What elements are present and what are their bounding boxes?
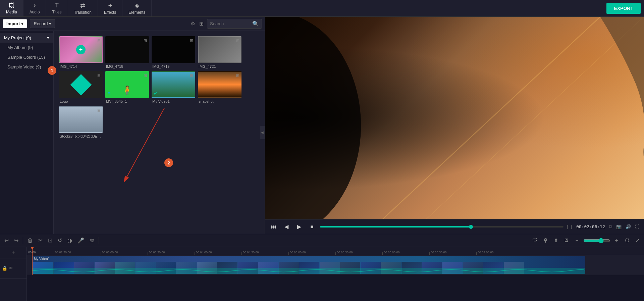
- add-track-button[interactable]: +: [0, 247, 26, 258]
- ruler-label-9: 00:06:30:00: [431, 251, 447, 254]
- media-item-img4719[interactable]: ⊞ IMG_4719: [152, 36, 195, 68]
- ruler-tick-6: [288, 252, 289, 255]
- volume-icon[interactable]: 🔊: [625, 223, 632, 230]
- media-thumb-img4718: ⊞: [105, 36, 149, 63]
- video-clip-main[interactable]: My Video1: [32, 256, 585, 274]
- export-button[interactable]: EXPORT: [606, 3, 641, 14]
- timeline-toolbar: ↩ ↪ 🗑 ✂ ⊡ ↺ ◑ 🎤 ⚖ 🛡 🎙 ⬆ 🖥 － ＋ ⏱ ⤢: [0, 234, 644, 247]
- left-panel: Import ▾ Record ▾ ⚙ ⊞ 🔍 1: [0, 17, 265, 234]
- media-item-img4714[interactable]: ⊞ + IMG_4714: [59, 36, 103, 68]
- redo-button[interactable]: ↪: [12, 237, 20, 244]
- ruler-label-8: 00:06:00:00: [384, 251, 400, 254]
- ruler-tick-9: [429, 252, 430, 255]
- fullscreen-icon[interactable]: ⛶: [634, 223, 640, 230]
- track-lock-icon[interactable]: 🔒: [2, 266, 7, 271]
- ruler-label-3: 00:03:30:00: [149, 251, 165, 254]
- zoom-slider[interactable]: [583, 238, 610, 243]
- ruler-label-6: 00:05:00:00: [290, 251, 306, 254]
- ruler-label-4: 00:04:00:00: [196, 251, 212, 254]
- ruler-tick-1: [54, 252, 54, 255]
- timeline-area: ↩ ↪ 🗑 ✂ ⊡ ↺ ◑ 🎤 ⚖ 🛡 🎙 ⬆ 🖥 － ＋ ⏱ ⤢ +: [0, 234, 644, 301]
- playhead[interactable]: [32, 247, 33, 255]
- color-button[interactable]: ◑: [66, 237, 74, 244]
- elements-icon: ◈: [135, 2, 139, 9]
- media-corner-icon7: ⊞: [190, 73, 193, 78]
- pip-icon[interactable]: ⧉: [608, 223, 613, 230]
- collapse-handle[interactable]: ◀: [260, 126, 265, 139]
- adjust-button[interactable]: ⚖: [88, 237, 96, 244]
- voiceover-button[interactable]: 🎤: [76, 237, 86, 244]
- media-item-snapshot[interactable]: ⊞ snapshot: [198, 71, 241, 103]
- toolbar-elements-label: Elements: [128, 10, 145, 15]
- media-icon: 🖼: [8, 2, 14, 9]
- toolbar-elements[interactable]: ◈ Elements: [122, 0, 152, 16]
- content-toolbar: Import ▾ Record ▾ ⚙ ⊞ 🔍: [0, 17, 265, 31]
- toolbar-media-label: Media: [6, 10, 17, 14]
- shield-icon[interactable]: 🛡: [531, 237, 539, 244]
- media-item-mvi8545[interactable]: ⊞ 🧍 ⊞ MVI_8545_1: [105, 71, 149, 103]
- cut-button[interactable]: ✂: [37, 237, 44, 244]
- sidebar-item-myproject[interactable]: My Project (9) ▾: [0, 33, 53, 43]
- video-track-1[interactable]: My Video1: [27, 255, 644, 275]
- media-item-logo[interactable]: ⊞ Logo: [59, 71, 103, 103]
- record-button[interactable]: Record ▾: [30, 19, 55, 28]
- import-chevron-icon: ▾: [21, 21, 23, 26]
- media-item-myvideo1[interactable]: ⊞ ✔ My Video1: [152, 71, 195, 103]
- media-thumb-myvideo1: ⊞ ✔: [152, 71, 195, 98]
- audio-icon: ♪: [33, 2, 36, 9]
- ruler-marks: 00:00 00:02:30:00 00:03:00:00 00:03:30:0…: [27, 247, 523, 255]
- play-back-button[interactable]: ◀: [282, 222, 291, 232]
- play-button[interactable]: ▶: [294, 222, 304, 232]
- time-display: 00:02:06:12: [576, 224, 605, 229]
- expand-icon[interactable]: ⤢: [634, 237, 641, 244]
- ruler-label-2: 00:03:00:00: [102, 251, 118, 254]
- ruler-mark-3: 00:03:30:00: [148, 247, 195, 255]
- import-button[interactable]: Import ▾: [3, 19, 27, 28]
- media-thumb-img4721: ⊞: [198, 36, 241, 63]
- filter-icon[interactable]: ⚙: [190, 20, 196, 28]
- preview-controls: ⏮ ◀ ▶ ■ { } 00:02:06:12 ⧉ 📷 🔊 ⛶: [265, 219, 644, 234]
- toolbar-media[interactable]: 🖼 Media: [0, 0, 23, 16]
- timeline-scroll-area[interactable]: 00:00 00:02:30:00 00:03:00:00 00:03:30:0…: [27, 247, 644, 301]
- toolbar-effects[interactable]: ✦ Effects: [98, 0, 122, 16]
- media-grid: ⊞ + IMG_4714 ⊞ IMG_4718: [56, 34, 262, 141]
- sidebar-item-samplecolors[interactable]: Sample Colors (15): [0, 52, 53, 62]
- rotate-button[interactable]: ↺: [56, 237, 64, 244]
- preview-bg: [265, 17, 644, 219]
- content-area: ⊞ + IMG_4714 ⊞ IMG_4718: [54, 31, 265, 234]
- sidebar-item-myalbum[interactable]: My Album (9): [0, 43, 53, 52]
- divider2: [99, 237, 99, 244]
- zoom-in-icon[interactable]: ＋: [612, 236, 621, 245]
- step-1-badge: 1: [48, 66, 56, 75]
- toolbar-titles[interactable]: T Titles: [46, 0, 68, 16]
- export-small-icon[interactable]: ⬆: [552, 237, 560, 244]
- toolbar-transition-label: Transition: [74, 10, 92, 15]
- delete-button[interactable]: 🗑: [26, 237, 35, 244]
- panel-body: 1 My Project (9) ▾ My Album (9) Sample C…: [0, 31, 265, 234]
- media-thumb-mvi8545: ⊞ 🧍 ⊞: [105, 71, 149, 98]
- snapshot-icon[interactable]: 📷: [615, 223, 622, 230]
- crop-button[interactable]: ⊡: [46, 237, 54, 244]
- toolbar-transition[interactable]: ⇄ Transition: [68, 0, 98, 16]
- media-item-img4721[interactable]: ⊞ IMG_4721: [198, 36, 241, 68]
- media-item-stocksy[interactable]: ⊞ Stocksy_txpfd042cd3EA...: [59, 106, 103, 138]
- zoom-out-icon[interactable]: －: [573, 236, 581, 245]
- toolbar-audio[interactable]: ♪ Audio: [23, 0, 46, 16]
- progress-bar[interactable]: [320, 226, 564, 228]
- mic-icon[interactable]: 🎙: [541, 237, 550, 244]
- media-item-img4718[interactable]: ⊞ IMG_4718: [105, 36, 149, 68]
- skip-back-button[interactable]: ⏮: [269, 222, 278, 232]
- transition-icon: ⇄: [80, 2, 85, 9]
- grid-icon[interactable]: ⊞: [199, 20, 204, 28]
- sidebar-item-samplevideo[interactable]: Sample Video (9): [0, 62, 53, 72]
- effects-icon: ✦: [108, 2, 113, 9]
- stop-button[interactable]: ■: [307, 222, 317, 232]
- search-input[interactable]: [210, 21, 250, 26]
- timer-icon[interactable]: ⏱: [623, 237, 632, 244]
- sidebar: My Project (9) ▾ My Album (9) Sample Col…: [0, 31, 54, 234]
- undo-button[interactable]: ↩: [3, 237, 10, 244]
- monitor-icon[interactable]: 🖥: [562, 237, 571, 244]
- sidebar-samplecolors-label: Sample Colors (15): [7, 55, 45, 60]
- progress-knob[interactable]: [469, 225, 473, 229]
- track-visible-icon[interactable]: 👁: [9, 266, 13, 271]
